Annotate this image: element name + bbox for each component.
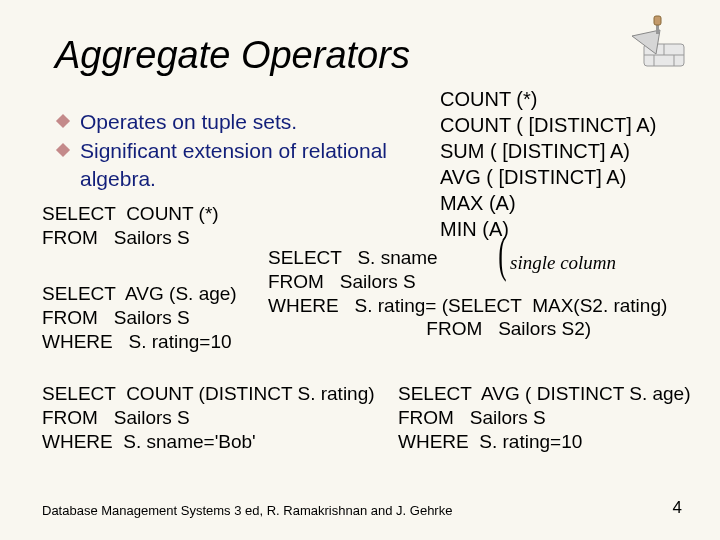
trowel-brick-icon (626, 10, 690, 74)
op-line: MAX (A) (440, 190, 656, 216)
op-line: MIN (A) (440, 216, 656, 242)
op-line: SUM ( [DISTINCT] A) (440, 138, 656, 164)
bullet-item: Significant extension of relational alge… (58, 137, 428, 192)
sql-example-4: SELECT COUNT (DISTINCT S. rating) FROM S… (42, 382, 375, 453)
sql-example-2: SELECT AVG (S. age) FROM Sailors S WHERE… (42, 282, 237, 353)
bullet-text: Significant extension of relational alge… (80, 137, 428, 192)
op-line: COUNT ( [DISTINCT] A) (440, 112, 656, 138)
page-title: Aggregate Operators (55, 34, 410, 77)
diamond-bullet-icon (56, 143, 70, 157)
op-line: AVG ( [DISTINCT] A) (440, 164, 656, 190)
page-number: 4 (673, 498, 682, 518)
sql-example-1: SELECT COUNT (*) FROM Sailors S (42, 202, 219, 250)
bullet-item: Operates on tuple sets. (58, 108, 428, 135)
sql-example-5: SELECT AVG ( DISTINCT S. age) FROM Sailo… (398, 382, 690, 453)
footer-text: Database Management Systems 3 ed, R. Ram… (42, 503, 452, 518)
operator-list: COUNT (*) COUNT ( [DISTINCT] A) SUM ( [D… (440, 86, 656, 242)
bullet-text: Operates on tuple sets. (80, 108, 297, 135)
diamond-bullet-icon (56, 114, 70, 128)
svg-rect-7 (654, 16, 661, 25)
op-line: COUNT (*) (440, 86, 656, 112)
sql-example-3: SELECT S. sname FROM Sailors S WHERE S. … (268, 246, 708, 341)
bullet-list: Operates on tuple sets. Significant exte… (58, 108, 428, 194)
